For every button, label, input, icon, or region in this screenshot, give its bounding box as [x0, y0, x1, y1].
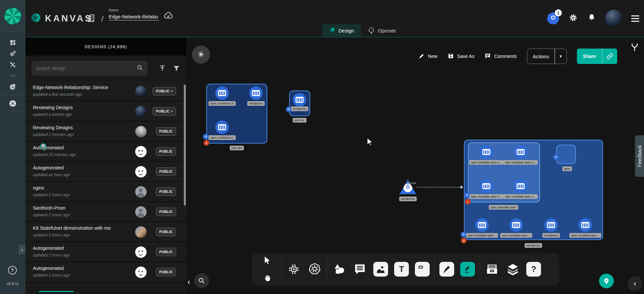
settings-gear-icon[interactable]	[568, 13, 578, 24]
user-avatar[interactable]	[605, 10, 623, 27]
expand-panel-chevron[interactable]: ›	[19, 245, 25, 254]
zoom-button[interactable]	[194, 273, 209, 288]
caret-down-icon[interactable]: ▼	[555, 54, 567, 58]
visibility-badge[interactable]: PUBLIC	[156, 147, 176, 156]
pan-hand-tool[interactable]	[260, 271, 275, 286]
kubernetes-badge[interactable]	[461, 232, 466, 237]
design-name-input[interactable]	[109, 13, 159, 20]
kubernetes-context-button[interactable]: 1	[547, 12, 559, 25]
notifications-bell-icon[interactable]	[587, 13, 596, 24]
text-tool[interactable]: T	[394, 262, 409, 277]
hamburger-menu-icon[interactable]	[631, 15, 639, 22]
branch-icon[interactable]	[630, 42, 640, 54]
tab-operate[interactable]: Operate	[361, 24, 403, 37]
design-list-item[interactable]: Autogenerated updated 10 minutes ago PUB…	[25, 142, 186, 162]
node-container[interactable]	[480, 145, 493, 159]
visibility-badge[interactable]: PUBLIC	[156, 248, 176, 256]
freehand-draw-tool[interactable]	[460, 262, 475, 277]
share-button[interactable]: Share	[577, 49, 617, 64]
design-list-item[interactable]: Autogenerated updated 2 hours ago PUBLIC	[25, 262, 186, 282]
new-button[interactable]: New	[418, 53, 437, 60]
layers-tool[interactable]	[505, 262, 520, 277]
pen-tool[interactable]	[439, 262, 454, 277]
node-container[interactable]	[514, 179, 527, 193]
design-list-item[interactable]: Reviewing Designs updated a minute ago P…	[25, 101, 186, 122]
tab-design[interactable]: Design	[322, 24, 361, 37]
publish-upload-icon[interactable]	[158, 64, 166, 74]
copy-link-icon[interactable]	[602, 53, 617, 60]
design-list-item[interactable]: Reviewing Designs updated 2 minutes ago …	[25, 122, 186, 142]
node-container[interactable]	[514, 145, 527, 159]
brand[interactable]: KANVAS	[30, 12, 93, 25]
recenter-pin-button[interactable]	[599, 274, 614, 288]
design-canvas[interactable]: ✳ New Save As Comments Actions ▼ Share	[186, 38, 644, 294]
design-list-item[interactable]: Santhosh-Prom updated 2 hours ago PUBLIC	[25, 202, 186, 222]
kubernetes-tool[interactable]	[307, 262, 322, 277]
node-container[interactable]	[544, 218, 558, 232]
design-updated: updated 2 hours ago	[33, 213, 70, 217]
node-container[interactable]	[215, 86, 229, 100]
visibility-badge[interactable]: PUBLIC	[156, 208, 176, 216]
visibility-badge[interactable]: PUBLIC	[156, 167, 176, 176]
container-icon	[547, 222, 555, 228]
meshery-logo-tile[interactable]	[0, 0, 25, 32]
kubernetes-badge[interactable]	[203, 134, 209, 140]
error-count-badge[interactable]: 2	[204, 140, 209, 146]
help-button[interactable]: ?	[8, 266, 17, 275]
help-tool[interactable]: ?	[526, 262, 541, 277]
search-design-box[interactable]	[32, 61, 148, 76]
node-spec[interactable]	[556, 145, 576, 164]
sidebar-item-kanvas[interactable]	[5, 98, 20, 109]
search-design-input[interactable]	[36, 66, 136, 71]
sticky-note-tool[interactable]	[415, 262, 430, 277]
node-label: pod-skd	[230, 146, 244, 150]
panel-scrollbar[interactable]	[184, 85, 186, 206]
kubernetes-badge[interactable]	[286, 106, 291, 112]
visibility-badge[interactable]: PUBLIC▾	[153, 107, 176, 116]
node-container[interactable]	[509, 218, 523, 232]
sidebar-item-performance[interactable]	[5, 70, 20, 81]
node-container[interactable]	[480, 179, 493, 193]
node-spec-template-spec[interactable]	[468, 142, 540, 203]
comment-tool[interactable]	[353, 262, 367, 277]
kubernetes-badge[interactable]	[464, 193, 470, 198]
design-list-item[interactable]: Edge-Network-Relationship: Service updat…	[25, 81, 186, 101]
visibility-badge[interactable]: PUBLIC	[156, 188, 176, 196]
visibility-badge[interactable]: PUBLIC	[156, 268, 176, 276]
comments-button[interactable]: Comments	[484, 53, 517, 60]
collapse-right-chevron[interactable]: ‹	[628, 276, 642, 291]
feedback-tab[interactable]: Feedback	[635, 135, 644, 177]
node-container[interactable]	[293, 93, 306, 106]
drawer-tool[interactable]	[485, 262, 499, 277]
design-updated: updated 2 hours ago	[33, 193, 70, 197]
image-tool[interactable]	[373, 262, 388, 277]
design-owner-avatar	[135, 186, 147, 198]
components-circuit-tool[interactable]	[286, 262, 301, 277]
error-count-badge[interactable]: !	[465, 199, 471, 205]
sidebar-item-lifecycle[interactable]	[5, 48, 20, 59]
filter-funnel-icon[interactable]	[172, 64, 180, 74]
sidebar-item-dashboard[interactable]	[5, 37, 20, 48]
collapse-panel-chevron[interactable]: ‹	[187, 277, 190, 287]
design-list-item[interactable]: Autogenerated updated an hour ago PUBLIC	[25, 162, 186, 182]
node-container[interactable]	[475, 218, 489, 232]
sidebar-item-extensions[interactable]	[5, 81, 20, 92]
actions-button[interactable]: Actions ▼	[527, 49, 567, 64]
visibility-badge[interactable]: PUBLIC	[156, 127, 176, 136]
sidebar-item-configuration[interactable]	[5, 59, 20, 70]
design-list-item[interactable]: nginx updated 2 hours ago PUBLIC	[25, 182, 186, 202]
save-as-button[interactable]: Save As	[447, 53, 474, 60]
node-container[interactable]	[215, 121, 229, 134]
design-list-item[interactable]: K8 Statefulset demonstration with mo upd…	[25, 222, 186, 242]
organization-icon[interactable]	[87, 13, 96, 24]
kubernetes-badge[interactable]	[553, 154, 559, 160]
visibility-badge[interactable]: PUBLIC	[156, 228, 176, 236]
design-list-item[interactable]: Autogenerated updated 2 hours ago PUBLIC	[25, 242, 186, 262]
select-cursor-tool[interactable]	[260, 253, 275, 268]
dock-toggle-button[interactable]: ✳	[192, 46, 210, 64]
node-container[interactable]	[249, 86, 263, 100]
shapes-tool[interactable]	[332, 262, 346, 277]
error-count-badge[interactable]: 3	[461, 238, 467, 243]
node-container[interactable]	[579, 218, 592, 232]
visibility-badge[interactable]: PUBLIC▾	[153, 87, 176, 95]
